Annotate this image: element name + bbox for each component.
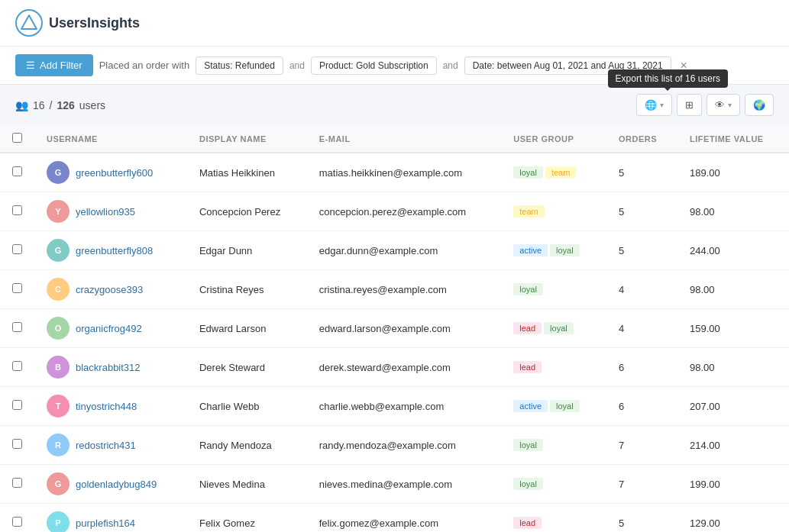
username-text[interactable]: greenbutterfly600	[76, 167, 153, 179]
table-row: Yyellowlion935Concepcion Perezconcepcion…	[0, 192, 789, 231]
user-tag-loyal[interactable]: loyal	[550, 400, 580, 412]
user-tag-loyal[interactable]: loyal	[513, 166, 543, 179]
email-cell: randy.mendoza@example.com	[307, 426, 502, 465]
row-checkbox-cell	[0, 426, 34, 465]
lifetime-value-cell: 98.00	[677, 348, 789, 387]
user-tag-lead[interactable]: lead	[513, 322, 542, 334]
select-all-checkbox[interactable]	[12, 133, 22, 143]
row-checkbox[interactable]	[12, 400, 22, 410]
username-cell: Yyellowlion935	[34, 192, 187, 231]
row-checkbox[interactable]	[12, 322, 22, 332]
username-text[interactable]: redostrich431	[76, 440, 136, 451]
export-tooltip: Export this list of 16 users	[608, 69, 728, 88]
svg-marker-1	[21, 15, 37, 29]
username-cell: Rredostrich431	[34, 426, 187, 464]
user-tag-team[interactable]: team	[545, 166, 576, 179]
user-tag-loyal[interactable]: loyal	[544, 322, 574, 334]
user-tag-loyal[interactable]: loyal	[550, 244, 580, 256]
orders-cell: 7	[606, 465, 677, 504]
username-text[interactable]: yellowlion935	[76, 206, 135, 218]
globe-icon: 🌐	[645, 99, 657, 111]
table-row: Ggoldenladybug849Nieves Medinanieves.med…	[0, 465, 789, 504]
lifetime-value-cell: 199.00	[677, 465, 789, 504]
user-tag-active[interactable]: active	[513, 244, 548, 256]
lifetime-value-cell: 129.00	[677, 504, 789, 533]
user-tag-lead[interactable]: lead	[513, 361, 542, 373]
email-cell: concepcion.perez@example.com	[307, 192, 502, 231]
row-checkbox-cell	[0, 387, 34, 426]
row-checkbox-cell	[0, 348, 34, 387]
email-cell: edward.larson@example.com	[307, 309, 502, 348]
map-button[interactable]: 🌍	[745, 94, 774, 116]
email-cell: edgar.dunn@example.com	[307, 231, 502, 270]
orders-cell: 5	[606, 231, 677, 270]
row-checkbox[interactable]	[12, 361, 22, 371]
row-checkbox[interactable]	[12, 244, 22, 254]
orders-cell: 5	[606, 504, 677, 533]
username-text[interactable]: greenbutterfly808	[76, 245, 153, 256]
globe-button[interactable]: 🌐 ▾	[636, 94, 672, 116]
avatar: T	[47, 395, 70, 418]
user-tag-team[interactable]: team	[513, 205, 544, 218]
table-row: Ggreenbutterfly808Edgar Dunnedgar.dunn@e…	[0, 231, 789, 270]
row-checkbox-cell	[0, 504, 34, 533]
user-tag-lead[interactable]: lead	[513, 517, 542, 529]
filter-chip-status[interactable]: Status: Refunded	[196, 56, 283, 75]
user-group-cell: loyal	[501, 465, 606, 504]
row-checkbox[interactable]	[12, 478, 22, 488]
avatar: C	[47, 278, 70, 301]
display-name-cell: Randy Mendoza	[187, 426, 307, 465]
user-group-cell: lead	[501, 504, 606, 533]
row-checkbox[interactable]	[12, 205, 22, 215]
username-text[interactable]: goldenladybug849	[76, 479, 157, 490]
user-tag-loyal[interactable]: loyal	[513, 478, 543, 490]
display-name-cell: Edgar Dunn	[187, 231, 307, 270]
username-cell: Ccrazygoose393	[34, 270, 187, 308]
username-text[interactable]: blackrabbit312	[76, 362, 141, 373]
count-shown: 16	[33, 99, 45, 111]
user-tag-loyal[interactable]: loyal	[513, 283, 543, 295]
row-checkbox[interactable]	[12, 517, 22, 527]
table-button[interactable]: ⊞	[677, 94, 702, 116]
col-display-name: DISPLAY NAME	[187, 125, 307, 153]
users-icon: 👥	[15, 99, 28, 111]
avatar: G	[47, 239, 70, 262]
table-container: USERNAME DISPLAY NAME E-MAIL USER GROUP …	[0, 125, 789, 532]
username-text[interactable]: organicfrog492	[76, 323, 142, 334]
add-filter-label: Add Filter	[40, 60, 82, 71]
row-checkbox[interactable]	[12, 283, 22, 293]
user-group-cell: loyal	[501, 270, 606, 309]
col-email: E-MAIL	[307, 125, 502, 153]
chevron-down-icon-2: ▾	[728, 101, 732, 109]
table-header: USERNAME DISPLAY NAME E-MAIL USER GROUP …	[0, 125, 789, 153]
eye-button[interactable]: 👁 ▾	[707, 94, 740, 116]
row-checkbox-cell	[0, 465, 34, 504]
filter-chip-product[interactable]: Product: Gold Subscription	[311, 56, 437, 75]
user-tag-active[interactable]: active	[513, 400, 548, 412]
svg-point-0	[16, 10, 42, 36]
user-group-cell: leadloyal	[501, 309, 606, 348]
username-text[interactable]: purplefish164	[76, 517, 135, 529]
users-label: users	[79, 99, 105, 111]
orders-cell: 7	[606, 426, 677, 465]
add-filter-button[interactable]: ☰ Add Filter	[15, 54, 93, 76]
avatar: P	[47, 511, 70, 532]
display-name-cell: Derek Steward	[187, 348, 307, 387]
lifetime-value-cell: 244.00	[677, 231, 789, 270]
user-count: 👥 16 / 126 users	[15, 99, 105, 111]
display-name-cell: Charlie Webb	[187, 387, 307, 426]
orders-cell: 5	[606, 192, 677, 231]
users-table: USERNAME DISPLAY NAME E-MAIL USER GROUP …	[0, 125, 789, 532]
row-checkbox-cell	[0, 192, 34, 231]
table-icon: ⊞	[685, 99, 694, 111]
username-text[interactable]: crazygoose393	[76, 284, 143, 295]
table-row: Bblackrabbit312Derek Stewardderek.stewar…	[0, 348, 789, 387]
row-checkbox[interactable]	[12, 166, 22, 176]
orders-cell: 6	[606, 387, 677, 426]
email-cell: matias.heikkinen@example.com	[307, 153, 502, 192]
username-text[interactable]: tinyostrich448	[76, 401, 137, 412]
user-tag-loyal[interactable]: loyal	[513, 439, 543, 451]
header: UsersInsights	[0, 0, 789, 47]
row-checkbox[interactable]	[12, 439, 22, 449]
col-user-group: USER GROUP	[501, 125, 606, 153]
